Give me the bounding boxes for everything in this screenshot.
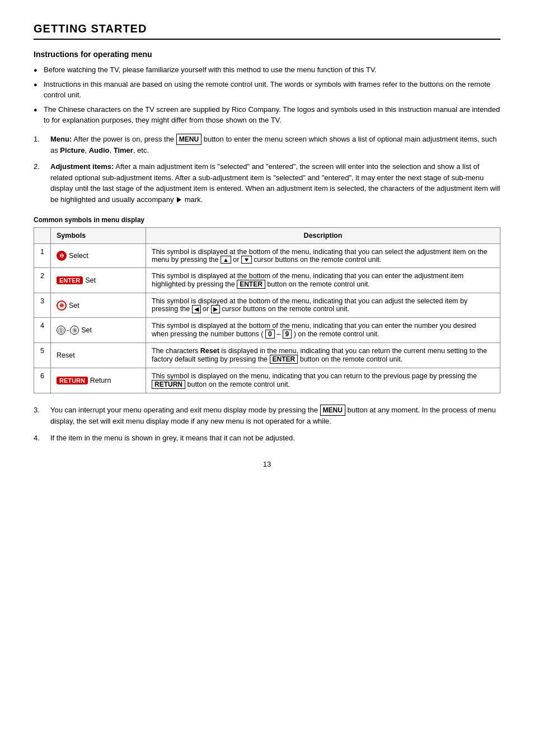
symbol-circle-set: ⊕ Set	[57, 300, 79, 311]
left-arrow-badge: ◀	[192, 305, 201, 313]
symbols-table: Symbols Description 1 ⊖ Select This symb…	[34, 227, 500, 393]
circle-set-label: Set	[69, 302, 79, 309]
bullet-item-2: Instructions in this manual are based on…	[34, 79, 500, 101]
table-row-4: 4 ⓪-⑨ Set This symbol is displayed at th…	[34, 318, 500, 343]
num0-badge: 0	[265, 330, 275, 339]
menu-label: Menu:	[50, 135, 72, 143]
col-header-desc: Description	[146, 228, 500, 244]
symbol-enter-set: ENTER Set	[57, 276, 96, 284]
select-circle-icon: ⊖	[57, 251, 67, 261]
table-caption: Common symbols in menu display	[34, 216, 500, 224]
table-section: Common symbols in menu display Symbols D…	[34, 216, 500, 393]
enter-key-badge: ENTER	[237, 280, 265, 289]
table-row-2: 2 ENTER Set This symbol is displayed at …	[34, 268, 500, 293]
enter-set-label: Set	[85, 276, 96, 284]
select-label: Select	[69, 252, 88, 260]
num9-badge: 9	[283, 330, 292, 339]
bullet-item-3: The Chinese characters on the TV screen …	[34, 104, 500, 126]
page-number: 13	[34, 460, 500, 468]
bottom-item-4: 4. If the item in the menu is shown in g…	[34, 433, 500, 444]
table-row-1: 1 ⊖ Select This symbol is displayed at t…	[34, 244, 500, 268]
menu-key-badge-2: MENU	[320, 405, 345, 416]
instructions-heading: Instructions for operating menu	[34, 50, 500, 59]
reset-label: Reset	[57, 351, 75, 359]
return-label: Return	[90, 377, 111, 384]
num-set-label: Set	[81, 326, 92, 334]
table-row-5: 5 Reset The characters Reset is displaye…	[34, 343, 500, 368]
bottom-numbered-list: 3. You can interrupt your menu operating…	[34, 405, 500, 443]
table-row-3: 3 ⊕ Set This symbol is displayed at the …	[34, 293, 500, 318]
triangle-right-icon	[177, 197, 181, 203]
numbered-item-2: 2. Adjustment items: After a main adjust…	[34, 161, 500, 205]
return-badge: RETURN	[57, 377, 88, 384]
num-circles-icon: ⓪-⑨	[57, 326, 79, 335]
numbered-item-1: 1. Menu: After the power is on, press th…	[34, 134, 500, 156]
desc-1: This symbol is displayed at the bottom o…	[146, 244, 500, 268]
desc-2: This symbol is displayed at the bottom o…	[146, 268, 500, 293]
down-arrow-badge: ▼	[241, 256, 252, 264]
col-header-symbols: Symbols	[51, 228, 146, 244]
bullet-item-1: Before watching the TV, please familiari…	[34, 64, 500, 76]
table-row-6: 6 RETURN Return This symbol is displayed…	[34, 368, 500, 393]
numbered-list: 1. Menu: After the power is on, press th…	[34, 134, 500, 205]
menu-key-badge: MENU	[176, 134, 202, 145]
bullet-list: Before watching the TV, please familiari…	[34, 64, 500, 126]
desc-5: The characters Reset is displayed in the…	[146, 343, 500, 368]
bottom-item-3: 3. You can interrupt your menu operating…	[34, 405, 500, 427]
bottom-item-4-text: If the item in the menu is shown in grey…	[50, 433, 295, 444]
desc-3: This symbol is displayed at the bottom o…	[146, 293, 500, 318]
col-header-num	[34, 228, 51, 244]
page-title: GETTING STARTED	[34, 22, 500, 40]
return-key-badge: RETURN	[152, 380, 185, 389]
symbol-select: ⊖ Select	[57, 251, 88, 261]
enter-badge: ENTER	[57, 276, 83, 284]
symbol-num-set: ⓪-⑨ Set	[57, 326, 92, 335]
desc-4: This symbol is displayed at the bottom o…	[146, 318, 500, 343]
up-arrow-badge: ▲	[221, 256, 231, 264]
right-arrow-badge: ▶	[211, 305, 220, 313]
enter-key-badge-2: ENTER	[270, 355, 298, 364]
adjustment-label: Adjustment items:	[50, 162, 114, 171]
desc-6: This symbol is displayed on the menu, in…	[146, 368, 500, 393]
symbol-return: RETURN Return	[57, 377, 111, 384]
circle-outline-icon: ⊕	[57, 300, 67, 311]
